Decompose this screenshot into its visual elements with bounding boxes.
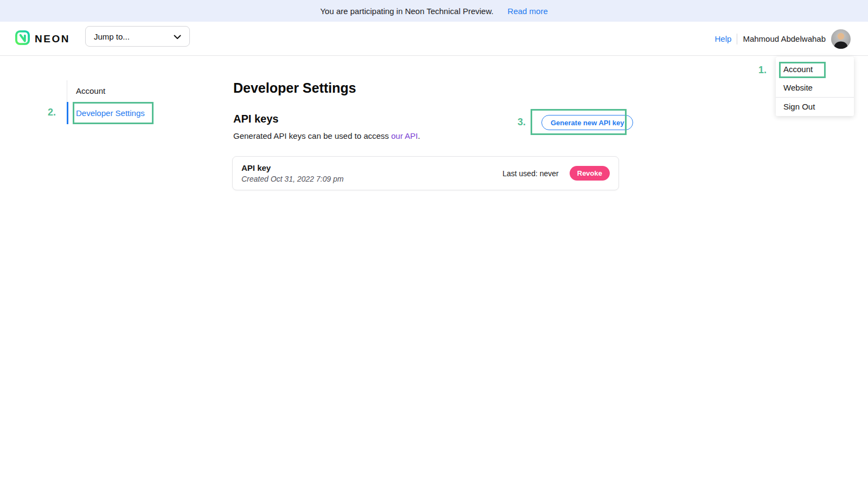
banner-text: You are participating in Neon Technical … — [320, 7, 493, 16]
header-right: Help Mahmoud Abdelwahab — [715, 22, 851, 56]
api-key-name: API key — [241, 163, 343, 172]
section-title: API keys — [233, 113, 278, 125]
revoke-button[interactable]: Revoke — [570, 166, 610, 181]
api-key-info: API key Created Oct 31, 2022 7:09 pm — [241, 163, 343, 183]
annotation-step-1: 1. — [758, 65, 767, 76]
api-key-actions: Last used: never Revoke — [502, 166, 610, 181]
neon-console-screen: You are participating in Neon Technical … — [0, 0, 868, 488]
api-key-last-used: Last used: never — [502, 169, 559, 178]
sidebar-item-developer-settings[interactable]: Developer Settings — [67, 102, 162, 124]
neon-logo-icon — [15, 30, 30, 47]
menu-item-website[interactable]: Website — [776, 79, 854, 97]
neon-logo[interactable]: NEON — [15, 22, 70, 56]
generate-api-key-button[interactable]: Generate new API key — [541, 115, 633, 130]
api-key-created: Created Oct 31, 2022 7:09 pm — [241, 175, 343, 183]
read-more-link[interactable]: Read more — [508, 7, 548, 16]
api-key-card: API key Created Oct 31, 2022 7:09 pm Las… — [232, 156, 619, 190]
help-link[interactable]: Help — [715, 34, 732, 43]
avatar[interactable] — [831, 29, 851, 49]
jump-to-dropdown[interactable]: Jump to... — [85, 26, 190, 47]
header-divider — [737, 34, 737, 44]
api-keys-description: Generated API keys can be used to access… — [233, 131, 420, 140]
user-dropdown-menu: Account Website Sign Out — [776, 57, 854, 116]
description-period: . — [418, 131, 420, 140]
settings-sidebar: Account Developer Settings — [67, 80, 162, 124]
sidebar-item-account[interactable]: Account — [67, 80, 162, 102]
jump-to-label: Jump to... — [94, 32, 130, 41]
annotation-step-3: 3. — [518, 117, 526, 128]
our-api-link[interactable]: our API — [391, 131, 418, 140]
chevron-down-icon — [174, 32, 181, 41]
menu-item-signout[interactable]: Sign Out — [776, 98, 854, 116]
preview-banner: You are participating in Neon Technical … — [0, 0, 868, 22]
annotation-step-2: 2. — [48, 107, 56, 118]
app-header: NEON Jump to... Help Mahmoud Abdelwahab — [0, 22, 868, 56]
page-title: Developer Settings — [233, 80, 356, 96]
description-text: Generated API keys can be used to access — [233, 131, 391, 140]
user-name[interactable]: Mahmoud Abdelwahab — [743, 34, 826, 43]
menu-item-account[interactable]: Account — [776, 60, 854, 79]
neon-wordmark: NEON — [35, 33, 70, 45]
